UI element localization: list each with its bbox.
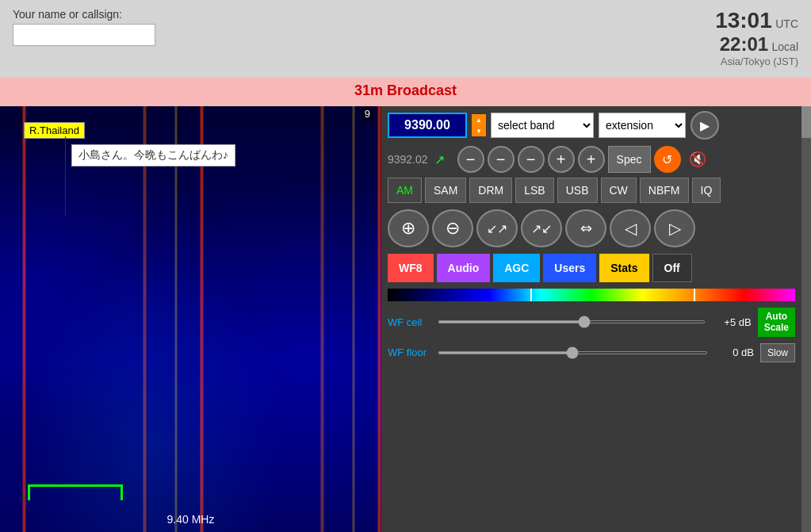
freq-marker: 9.40 MHz <box>167 513 215 526</box>
decrease-btn-2[interactable]: − <box>488 146 515 173</box>
expand-btn[interactable]: ↗↙ <box>521 209 562 247</box>
top-bar: Your name or callsign: 13:01 UTC 22:01 L… <box>0 0 811 78</box>
auto-scale-button[interactable]: Auto Scale <box>758 308 795 337</box>
reset-button[interactable]: ↺ <box>654 146 681 173</box>
station-label: R.Thailand <box>24 122 85 139</box>
time-utc: 13:01 <box>715 8 772 33</box>
compress-btn[interactable]: ↙↗ <box>476 209 518 247</box>
band-select[interactable]: select band <box>491 113 594 138</box>
colorbar[interactable] <box>388 289 795 301</box>
wf-floor-label: WF floor <box>388 346 431 358</box>
stats-button[interactable]: Stats <box>599 254 648 282</box>
station-line <box>65 136 66 216</box>
freq-row: ▲ ▼ select band extension ▶ <box>381 106 801 144</box>
scrollbar-thumb[interactable] <box>801 106 811 138</box>
green-signal <box>28 484 123 500</box>
callsign-section: Your name or callsign: <box>13 5 155 46</box>
next-btn[interactable]: ▷ <box>654 209 695 247</box>
prev-btn[interactable]: ◁ <box>610 209 651 247</box>
swap-btn[interactable]: ⇔ <box>565 209 606 247</box>
wf-ceil-value: +5 dB <box>712 316 752 328</box>
mode-iq[interactable]: IQ <box>692 178 721 203</box>
func-row: WF8 Audio AGC Users Stats Off <box>381 251 801 285</box>
off-button[interactable]: Off <box>652 254 692 282</box>
freq-arrows: ▲ ▼ <box>472 114 486 136</box>
increase-btn-2[interactable]: + <box>578 146 605 173</box>
mode-nbfm[interactable]: NBFM <box>640 178 689 203</box>
timezone: Asia/Tokyo (JST) <box>715 55 798 67</box>
mode-cw[interactable]: CW <box>601 178 637 203</box>
decrease-btn-1[interactable]: − <box>457 146 484 173</box>
spec-button[interactable]: Spec <box>608 146 651 173</box>
freq-link-icon[interactable]: ↗ <box>434 152 445 167</box>
freq-down-btn[interactable]: ▼ <box>472 125 486 136</box>
freq-up-btn[interactable]: ▲ <box>472 114 486 125</box>
mode-drm[interactable]: DRM <box>469 178 512 203</box>
wf8-button[interactable]: WF8 <box>388 254 434 282</box>
time-utc-label: UTC <box>775 17 798 30</box>
play-button[interactable]: ▶ <box>690 111 719 140</box>
mode-usb[interactable]: USB <box>557 178 598 203</box>
mode-lsb[interactable]: LSB <box>515 178 553 203</box>
audio-button[interactable]: Audio <box>437 254 491 282</box>
zoom-out-btn[interactable]: ⊖ <box>432 209 473 247</box>
slow-button[interactable]: Slow <box>760 343 795 362</box>
time-local-label: Local <box>772 40 798 53</box>
agc-button[interactable]: AGC <box>493 254 540 282</box>
wf-floor-row: WF floor 0 dB Slow <box>381 340 801 366</box>
mode-sam[interactable]: SAM <box>425 178 466 203</box>
colorbar-marker-1 <box>530 289 532 301</box>
zoom-in-btn[interactable]: ⊕ <box>388 209 429 247</box>
time-local: 22:01 <box>720 33 768 55</box>
freq-sub-row: 9392.02 ↗ − − − + + Spec ↺ 🔇 <box>381 144 801 174</box>
right-panel: ▲ ▼ select band extension ▶ 9392.02 ↗ − … <box>381 106 801 532</box>
main-area: R.Thailand 小島さん。今晩もこんばんわ♪ 9.40 MHz 9 ▲ ▼… <box>0 106 811 532</box>
wf-ceil-label: WF ceil <box>388 316 431 328</box>
wf-noise <box>0 106 381 532</box>
wf-ceil-slider[interactable] <box>438 320 706 323</box>
wf-floor-value: 0 dB <box>714 346 754 358</box>
band-bar: 31m Broadcast <box>0 78 811 106</box>
mode-row: AM SAM DRM LSB USB CW NBFM IQ <box>381 174 801 206</box>
waterfall-area[interactable]: R.Thailand 小島さん。今晩もこんばんわ♪ 9.40 MHz 9 <box>0 106 381 532</box>
extension-select[interactable]: extension <box>599 113 686 138</box>
increase-btn-1[interactable]: + <box>548 146 575 173</box>
mode-am[interactable]: AM <box>388 178 422 203</box>
wf-ceil-row: WF ceil +5 dB Auto Scale <box>381 304 801 340</box>
callsign-label: Your name or callsign: <box>13 8 155 21</box>
scrollbar-right[interactable] <box>801 106 811 532</box>
callsign-input[interactable] <box>13 24 155 46</box>
action-row: ⊕ ⊖ ↙↗ ↗↙ ⇔ ◁ ▷ <box>381 206 801 251</box>
time-section: 13:01 UTC 22:01 Local Asia/Tokyo (JST) <box>715 5 798 67</box>
mute-button[interactable]: 🔇 <box>684 146 711 173</box>
wf-floor-slider[interactable] <box>438 351 708 354</box>
freq-sub-display: 9392.02 <box>388 153 428 166</box>
zoom-controls: − − − + + Spec ↺ 🔇 <box>457 146 711 173</box>
colorbar-marker-2 <box>694 289 695 301</box>
colorbar-row <box>381 285 801 304</box>
side-freq: 9 <box>362 106 373 121</box>
station-comment: 小島さん。今晩もこんばんわ♪ <box>71 144 235 166</box>
users-button[interactable]: Users <box>543 254 596 282</box>
decrease-btn-3[interactable]: − <box>518 146 545 173</box>
frequency-input[interactable] <box>388 113 467 138</box>
